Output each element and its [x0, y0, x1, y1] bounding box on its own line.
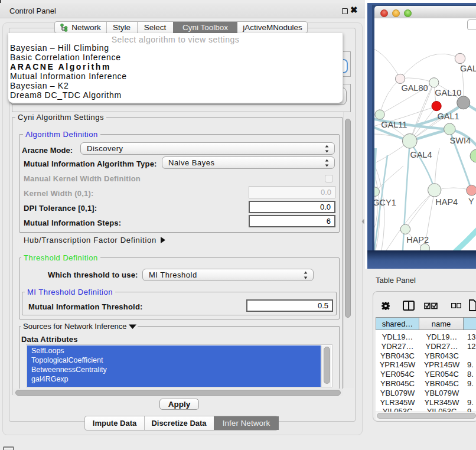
- svg-text:HAP2: HAP2: [406, 235, 429, 244]
- svg-text:HAP4: HAP4: [435, 197, 458, 207]
- svg-text:GAL4: GAL4: [410, 150, 432, 159]
- svg-text:GAL7: GAL7: [460, 64, 476, 73]
- svg-text:GAL80: GAL80: [401, 83, 428, 93]
- svg-text:SWI4: SWI4: [450, 136, 471, 145]
- svg-text:Y: Y: [468, 197, 474, 206]
- svg-text:GCY1: GCY1: [374, 198, 396, 207]
- svg-text:GAL1: GAL1: [438, 112, 459, 121]
- svg-text:GAL10: GAL10: [435, 88, 461, 97]
- svg-text:GAL11: GAL11: [381, 120, 407, 129]
